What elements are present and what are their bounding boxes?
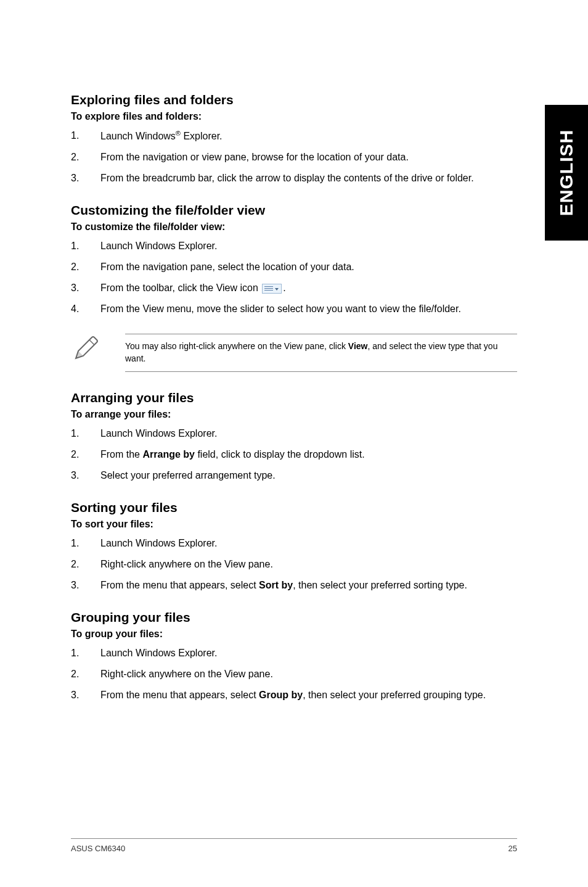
step-item: 3.From the toolbar, click the View icon … — [71, 281, 517, 295]
step-text: From the View menu, move the slider to s… — [100, 302, 517, 316]
step-list: 1.Launch Windows® Explorer.2.From the na… — [71, 128, 517, 186]
step-item: 1.Launch Windows Explorer. — [71, 536, 517, 551]
step-text: Launch Windows Explorer. — [100, 426, 517, 441]
step-item: 1.Launch Windows® Explorer. — [71, 128, 517, 144]
section-title: Grouping your files — [71, 610, 517, 625]
step-text: From the navigation pane, select the loc… — [100, 260, 517, 274]
section-title: Customizing the file/folder view — [71, 203, 517, 218]
page-footer: ASUS CM6340 25 — [71, 838, 517, 853]
section-subhead: To group your files: — [71, 629, 517, 640]
section-subhead: To sort your files: — [71, 519, 517, 530]
step-list: 1.Launch Windows Explorer.2.Right-click … — [71, 536, 517, 593]
step-number: 3. — [71, 468, 100, 483]
step-text: Right-click anywhere on the View pane. — [100, 667, 517, 682]
step-text: From the navigation or view pane, browse… — [100, 150, 517, 165]
section-subhead: To customize the file/folder view: — [71, 221, 517, 233]
section-title: Arranging your files — [71, 390, 517, 405]
step-item: 1.Launch Windows Explorer. — [71, 239, 517, 254]
step-number: 1. — [71, 128, 100, 144]
step-number: 3. — [71, 171, 100, 186]
note-text: You may also right-click anywhere on the… — [125, 340, 517, 365]
step-list: 1.Launch Windows Explorer.2.From the nav… — [71, 239, 517, 316]
svg-line-0 — [89, 340, 94, 345]
step-item: 3.Select your preferred arrangement type… — [71, 468, 517, 483]
step-item: 1.Launch Windows Explorer. — [71, 426, 517, 441]
step-number: 1. — [71, 239, 100, 254]
view-dropdown-icon — [262, 284, 282, 294]
step-item: 2.From the navigation or view pane, brow… — [71, 150, 517, 165]
step-text: From the toolbar, click the View icon . — [100, 281, 517, 295]
step-number: 1. — [71, 536, 100, 551]
step-list: 1.Launch Windows Explorer.2.From the Arr… — [71, 426, 517, 483]
step-number: 1. — [71, 426, 100, 441]
step-number: 3. — [71, 578, 100, 593]
footer-page-number: 25 — [508, 844, 517, 853]
step-number: 3. — [71, 281, 100, 295]
step-number: 2. — [71, 447, 100, 462]
step-text: From the menu that appears, select Group… — [100, 688, 517, 703]
section-subhead: To arrange your files: — [71, 409, 517, 420]
step-item: 3.From the menu that appears, select Gro… — [71, 688, 517, 703]
step-item: 3.From the breadcrumb bar, click the arr… — [71, 171, 517, 186]
step-text: Launch Windows Explorer. — [100, 536, 517, 551]
step-text: Launch Windows Explorer. — [100, 646, 517, 661]
step-item: 2.Right-click anywhere on the View pane. — [71, 557, 517, 572]
step-text: Right-click anywhere on the View pane. — [100, 557, 517, 572]
section-subhead: To explore files and folders: — [71, 111, 517, 122]
step-number: 4. — [71, 302, 100, 316]
pencil-icon — [71, 334, 100, 366]
page-content: Exploring files and foldersTo explore fi… — [0, 0, 588, 703]
section-title: Exploring files and folders — [71, 93, 517, 107]
step-item: 4.From the View menu, move the slider to… — [71, 302, 517, 316]
step-text: From the breadcrumb bar, click the arrow… — [100, 171, 517, 186]
section-title: Sorting your files — [71, 500, 517, 515]
step-item: 3.From the menu that appears, select Sor… — [71, 578, 517, 593]
step-item: 2.From the navigation pane, select the l… — [71, 260, 517, 274]
step-number: 2. — [71, 667, 100, 682]
step-item: 1.Launch Windows Explorer. — [71, 646, 517, 661]
step-list: 1.Launch Windows Explorer.2.Right-click … — [71, 646, 517, 703]
step-item: 2.From the Arrange by field, click to di… — [71, 447, 517, 462]
step-number: 2. — [71, 557, 100, 572]
step-number: 2. — [71, 260, 100, 274]
step-number: 3. — [71, 688, 100, 703]
step-number: 2. — [71, 150, 100, 165]
footer-product: ASUS CM6340 — [71, 844, 125, 853]
step-text: From the Arrange by field, click to disp… — [100, 447, 517, 462]
note-text-wrap: You may also right-click anywhere on the… — [125, 334, 517, 371]
step-item: 2.Right-click anywhere on the View pane. — [71, 667, 517, 682]
step-text: From the menu that appears, select Sort … — [100, 578, 517, 593]
step-text: Launch Windows Explorer. — [100, 239, 517, 254]
step-number: 1. — [71, 646, 100, 661]
step-text: Launch Windows® Explorer. — [100, 128, 517, 144]
step-text: Select your preferred arrangement type. — [100, 468, 517, 483]
note-block: You may also right-click anywhere on the… — [71, 334, 517, 371]
